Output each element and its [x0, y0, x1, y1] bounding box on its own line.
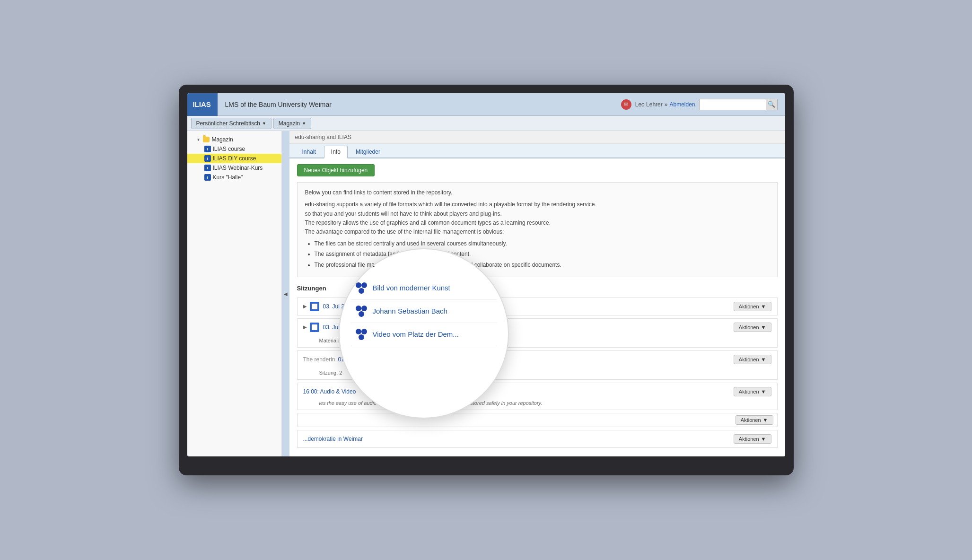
- menu1-arrow: ▼: [262, 121, 266, 126]
- aktionen-btn-3[interactable]: Aktionen ▼: [734, 355, 771, 364]
- personal-desk-button[interactable]: Persönlicher Schreibtisch ▼: [191, 118, 271, 129]
- session-expand-1[interactable]: ▶: [303, 304, 307, 309]
- sidebar-label-3: ILIAS Webinar-Kurs: [213, 165, 263, 171]
- expand-icon: ▼: [197, 138, 201, 142]
- popup-item-3: Video vom Platz der Dem...: [351, 323, 497, 346]
- sidebar-item-ilias-diy[interactable]: I ILIAS DIY course: [187, 154, 281, 163]
- sidebar-label-4: Kurs "Halle": [213, 174, 243, 181]
- aktionen-btn-6[interactable]: Aktionen ▼: [734, 434, 771, 444]
- sidebar-item-magazin[interactable]: ▼ Magazin: [187, 135, 281, 144]
- tabs-bar: Inhalt Info Mitglieder: [289, 144, 785, 158]
- aktionen-btn-2[interactable]: Aktionen ▼: [734, 323, 771, 332]
- popup-link-1[interactable]: Bild von moderner Kunst: [373, 284, 450, 292]
- user-avatar: ✉: [621, 99, 631, 110]
- folder-icon: [203, 137, 210, 142]
- sidebar-item-webinar[interactable]: I ILIAS Webinar-Kurs: [187, 163, 281, 173]
- collapse-handle[interactable]: ◀: [282, 131, 289, 456]
- search-box: 🔍: [699, 99, 778, 110]
- logout-link[interactable]: Abmelden: [669, 101, 695, 108]
- sidebar: ▼ Magazin I ILIAS course I ILIAS DIY cou…: [187, 131, 282, 456]
- aktionen-arrow-6: ▼: [761, 436, 766, 442]
- collapse-arrow-icon: ◀: [284, 291, 288, 297]
- top-nav: ILIAS LMS of the Baum University Weimar …: [187, 93, 785, 116]
- sidebar-label-1: ILIAS course: [213, 146, 245, 152]
- tab-mitglieder[interactable]: Mitglieder: [349, 146, 387, 158]
- sidebar-label-2: ILIAS DIY course: [213, 155, 256, 162]
- user-info: Leo Lehrer » Abmelden: [635, 101, 695, 108]
- tab-info[interactable]: Info: [324, 146, 348, 158]
- search-button[interactable]: 🔍: [766, 99, 777, 110]
- popup-icon-1: [355, 281, 368, 295]
- main-area: ▼ Magazin I ILIAS course I ILIAS DIY cou…: [187, 131, 785, 456]
- user-name: Leo Lehrer: [635, 101, 663, 108]
- session-icon-2: [310, 323, 319, 332]
- session-icon-1: [310, 302, 319, 311]
- sidebar-item-ilias-course[interactable]: I ILIAS course: [187, 144, 281, 154]
- popup-link-3[interactable]: Video vom Platz der Dem...: [373, 330, 459, 338]
- popup-link-2[interactable]: Johann Sebastian Bach: [373, 307, 447, 315]
- aktionen-arrow-3: ▼: [761, 357, 766, 362]
- popup-circle: Inhalt Bild von moderner Kunst: [339, 248, 509, 419]
- breadcrumb-title: edu-sharing and ILIAS: [295, 134, 351, 140]
- overlay-popup: Inhalt Bild von moderner Kunst: [339, 248, 509, 419]
- magazin-label: Magazin: [211, 136, 233, 143]
- aktionen-arrow-4: ▼: [761, 389, 766, 394]
- session-expand-2[interactable]: ▶: [303, 324, 307, 330]
- info-line1: Below you can find links to content stor…: [305, 188, 770, 197]
- content-panel: ◀ edu-sharing and ILIAS Inhalt Inf: [282, 131, 785, 456]
- search-input[interactable]: [700, 99, 766, 110]
- popup-icon-2: [355, 305, 368, 318]
- app-title: LMS of the Baum University Weimar: [218, 101, 339, 108]
- aktionen-btn-1[interactable]: Aktionen ▼: [734, 302, 771, 311]
- aktionen-arrow-2: ▼: [761, 324, 766, 330]
- aktionen-arrow-5: ▼: [763, 417, 768, 423]
- menu2-arrow: ▼: [302, 121, 306, 126]
- ilias-icon-4: I: [204, 174, 211, 181]
- ilias-icon-3: I: [204, 165, 211, 171]
- add-object-button[interactable]: Neues Objekt hinzufügen: [297, 164, 375, 176]
- ilias-icon-2: I: [204, 155, 211, 162]
- aktionen-arrow-1: ▼: [761, 304, 766, 309]
- popup-icon-3: [355, 328, 368, 341]
- logo: ILIAS: [187, 93, 218, 116]
- sidebar-item-halle[interactable]: I Kurs "Halle": [187, 173, 281, 182]
- popup-title: Inhalt: [351, 261, 497, 269]
- second-nav: Persönlicher Schreibtisch ▼ Magazin ▼: [187, 116, 785, 131]
- info-bullet-1: The files can be stored centrally and us…: [315, 239, 770, 248]
- session-prefix-3: The renderin: [303, 356, 335, 363]
- aktionen-btn-5[interactable]: Aktionen ▼: [736, 415, 773, 425]
- session-item-6: ...demokratie in Weimar Aktionen ▼: [297, 430, 778, 448]
- aktionen-btn-4[interactable]: Aktionen ▼: [734, 387, 771, 396]
- top-right-area: ✉ Leo Lehrer » Abmelden 🔍: [621, 99, 785, 110]
- session-link-6[interactable]: ...demokratie in Weimar: [303, 436, 734, 442]
- tab-inhalt[interactable]: Inhalt: [295, 146, 323, 158]
- ilias-icon: I: [204, 146, 211, 152]
- magazin-button[interactable]: Magazin ▼: [273, 118, 311, 129]
- popup-item-1: Bild von moderner Kunst: [351, 277, 497, 300]
- separator: »: [665, 101, 668, 108]
- info-line2: edu-sharing supports a variety of file f…: [305, 200, 770, 236]
- popup-item-2: Johann Sebastian Bach: [351, 300, 497, 323]
